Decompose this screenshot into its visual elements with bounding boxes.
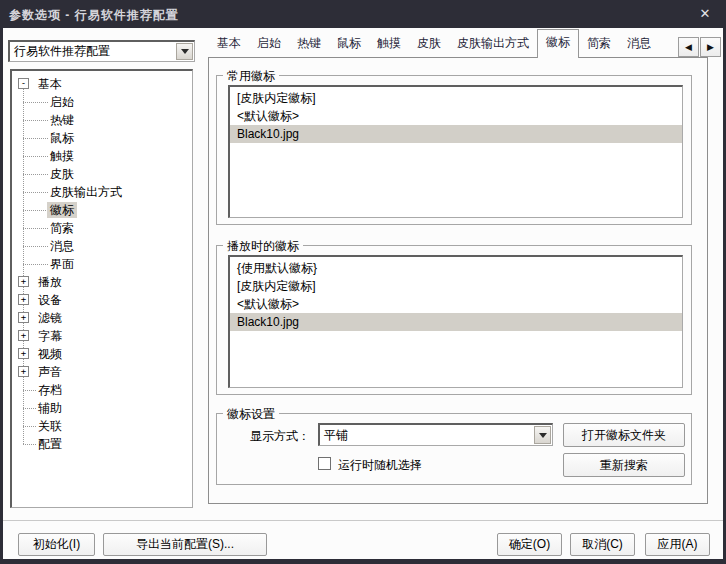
random-select-checkbox[interactable] [318, 457, 331, 470]
tree-item-17[interactable]: 存档 [12, 381, 192, 399]
display-mode-select[interactable]: 平铺 [318, 423, 553, 446]
playback-logo-item-2[interactable]: <默认徽标> [230, 295, 682, 313]
group-logo-settings-title: 徽标设置 [223, 406, 279, 423]
tree-item-12[interactable]: +设备 [12, 291, 192, 309]
tree-item-label: 触摸 [47, 148, 77, 164]
expand-icon[interactable]: + [18, 294, 29, 305]
tree-item-8[interactable]: 简索 [12, 219, 192, 237]
config-profile-select[interactable]: 行易软件推荐配置 [8, 40, 195, 62]
footer-divider [3, 520, 723, 521]
common-logo-item-0[interactable]: [皮肤内定徽标] [230, 89, 682, 107]
tab-7[interactable]: 徽标 [537, 29, 579, 58]
tree-item-label: 启始 [47, 94, 77, 110]
ok-button[interactable]: 确定(O) [497, 533, 562, 556]
tree-item-2[interactable]: 热键 [12, 111, 192, 129]
window-title: 参数选项 - 行易软件推荐配置 [9, 7, 179, 24]
tab-8[interactable]: 简索 [579, 32, 619, 58]
tree-item-label: 徽标 [47, 202, 77, 218]
tree-item-label: 消息 [47, 238, 77, 254]
tree-item-6[interactable]: 皮肤输出方式 [12, 183, 192, 201]
tab-2[interactable]: 热键 [289, 32, 329, 58]
display-mode-value: 平铺 [320, 427, 534, 444]
tree-item-15[interactable]: +视频 [12, 345, 192, 363]
tree-connector-stub [23, 228, 48, 229]
tree-item-9[interactable]: 消息 [12, 237, 192, 255]
playback-logo-item-1[interactable]: [皮肤内定徽标] [230, 277, 682, 295]
tab-4[interactable]: 触摸 [369, 32, 409, 58]
expand-icon[interactable]: + [18, 330, 29, 341]
tree-item-1[interactable]: 启始 [12, 93, 192, 111]
chevron-down-icon[interactable] [176, 43, 193, 60]
tree-item-14[interactable]: +字幕 [12, 327, 192, 345]
tree-connector-stub [23, 120, 48, 121]
common-logo-item-1[interactable]: <默认徽标> [230, 107, 682, 125]
tree-item-10[interactable]: 界面 [12, 255, 192, 273]
config-tree: -基本启始热键鼠标触摸皮肤皮肤输出方式徽标简索消息界面+播放+设备+滤镜+字幕+… [10, 69, 193, 508]
tab-3[interactable]: 鼠标 [329, 32, 369, 58]
apply-button[interactable]: 应用(A) [645, 533, 710, 556]
tab-0[interactable]: 基本 [209, 32, 249, 58]
options-dialog: 参数选项 - 行易软件推荐配置 ✕ 行易软件推荐配置 -基本启始热键鼠标触摸皮肤… [0, 0, 726, 564]
tree-connector-stub [23, 210, 48, 211]
tree-item-label: 声音 [35, 364, 65, 380]
tree-item-11[interactable]: +播放 [12, 273, 192, 291]
chevron-down-icon[interactable] [534, 426, 551, 444]
tab-1[interactable]: 启始 [249, 32, 289, 58]
tree-item-label: 界面 [47, 256, 77, 272]
expand-icon[interactable]: + [18, 276, 29, 287]
tree-item-label: 关联 [35, 418, 65, 434]
tree-item-label: 皮肤输出方式 [47, 184, 125, 200]
close-icon[interactable]: ✕ [692, 4, 718, 23]
tree-item-3[interactable]: 鼠标 [12, 129, 192, 147]
research-button[interactable]: 重新搜索 [563, 453, 685, 477]
tree-item-label: 配置 [35, 436, 65, 452]
tree-item-label: 辅助 [35, 400, 65, 416]
tree-item-label: 滤镜 [35, 310, 65, 326]
group-playback-logos-title: 播放时的徽标 [223, 238, 303, 255]
tree-item-19[interactable]: 关联 [12, 417, 192, 435]
tab-scroll-left-icon[interactable]: ◀ [678, 37, 699, 57]
playback-logos-list[interactable]: {使用默认徽标}[皮肤内定徽标]<默认徽标>Black10.jpg [228, 255, 683, 388]
tree-connector-stub [23, 138, 48, 139]
config-profile-value: 行易软件推荐配置 [10, 43, 176, 60]
tab-5[interactable]: 皮肤 [409, 32, 449, 58]
tree-item-label: 热键 [47, 112, 77, 128]
tree-item-label: 设备 [35, 292, 65, 308]
tree-item-7[interactable]: 徽标 [12, 201, 192, 219]
expand-icon[interactable]: + [18, 366, 29, 377]
playback-logo-item-0[interactable]: {使用默认徽标} [230, 259, 682, 277]
tree-item-label: 字幕 [35, 328, 65, 344]
tree-connector-stub [23, 174, 48, 175]
tree-connector-stub [23, 102, 48, 103]
initialize-button[interactable]: 初始化(I) [18, 533, 95, 556]
random-select-label: 运行时随机选择 [338, 457, 422, 474]
cancel-button[interactable]: 取消(C) [570, 533, 635, 556]
tab-9[interactable]: 消息 [619, 32, 659, 58]
tree-item-label: 皮肤 [47, 166, 77, 182]
collapse-icon[interactable]: - [18, 78, 29, 89]
tree-item-label: 存档 [35, 382, 65, 398]
expand-icon[interactable]: + [18, 312, 29, 323]
common-logo-item-2[interactable]: Black10.jpg [230, 125, 682, 143]
tree-connector-stub [23, 264, 48, 265]
tree-item-18[interactable]: 辅助 [12, 399, 192, 417]
tab-scroll-right-icon[interactable]: ▶ [700, 37, 721, 57]
tree-connector-stub [23, 156, 48, 157]
playback-logo-item-3[interactable]: Black10.jpg [230, 313, 682, 331]
tree-item-5[interactable]: 皮肤 [12, 165, 192, 183]
tree-item-13[interactable]: +滤镜 [12, 309, 192, 327]
open-logo-folder-button[interactable]: 打开徽标文件夹 [563, 423, 685, 447]
tree-connector-stub [23, 246, 48, 247]
expand-icon[interactable]: + [18, 348, 29, 359]
export-config-button[interactable]: 导出当前配置(S)... [103, 533, 267, 556]
group-common-logos-title: 常用徽标 [223, 68, 279, 85]
tab-6[interactable]: 皮肤输出方式 [449, 32, 537, 58]
tree-item-label: 鼠标 [47, 130, 77, 146]
tree-item-0[interactable]: -基本 [12, 75, 192, 93]
tree-item-4[interactable]: 触摸 [12, 147, 192, 165]
tree-item-20[interactable]: 配置 [12, 435, 192, 453]
tree-item-16[interactable]: +声音 [12, 363, 192, 381]
common-logos-list[interactable]: [皮肤内定徽标]<默认徽标>Black10.jpg [228, 85, 683, 218]
tree-item-label: 视频 [35, 346, 65, 362]
tree-item-label: 播放 [35, 274, 65, 290]
